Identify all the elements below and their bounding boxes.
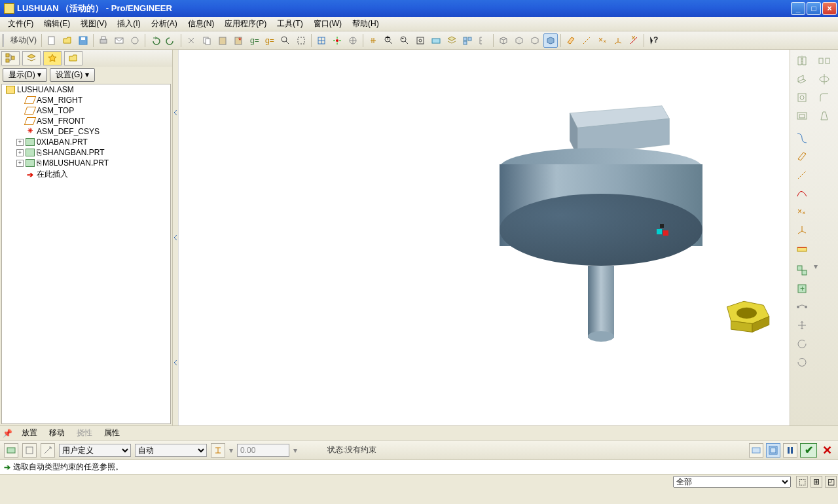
constraint-set-select[interactable]: 用户定义 — [59, 444, 131, 457]
tree-item[interactable]: ASM_TOP — [2, 105, 170, 116]
pin-icon[interactable]: 📌 — [3, 429, 12, 438]
zoom-fit-icon[interactable] — [413, 33, 428, 48]
layer-tree-tab-icon[interactable] — [22, 51, 41, 65]
tree-item[interactable]: ASM_RIGHT — [2, 95, 170, 105]
find-icon[interactable] — [278, 33, 293, 48]
component-interface-icon[interactable] — [4, 443, 18, 458]
revolve-icon[interactable] — [814, 71, 835, 88]
flexible-icon[interactable] — [792, 298, 812, 315]
hole-icon[interactable] — [792, 89, 812, 106]
shading-icon[interactable] — [543, 33, 558, 48]
move-tab[interactable]: 移动 — [46, 426, 67, 440]
tree-item[interactable]: LUSHUAN.ASM — [2, 84, 170, 95]
model-tree-icon[interactable] — [476, 33, 490, 48]
display-button[interactable]: 显示(D) ▾ — [3, 68, 47, 82]
sb-icon-2[interactable]: ⊞ — [811, 476, 822, 488]
shell-icon[interactable] — [792, 107, 812, 124]
mirror-icon[interactable] — [792, 52, 812, 69]
manual-place-icon[interactable] — [22, 443, 37, 458]
maximize-button[interactable]: □ — [807, 2, 821, 15]
copy-icon[interactable] — [200, 33, 214, 48]
datum-plane-toggle-icon[interactable] — [564, 33, 578, 48]
datum-curve-icon[interactable] — [792, 185, 812, 202]
mail-icon[interactable] — [112, 33, 126, 48]
select-box-icon[interactable] — [294, 33, 308, 48]
pattern-icon[interactable] — [814, 52, 835, 69]
repaint-icon[interactable] — [314, 33, 329, 48]
menu-分析[interactable]: 分析(A) — [146, 17, 183, 31]
settings-button[interactable]: 设置(G) ▾ — [50, 68, 95, 82]
auto-place-icon[interactable] — [41, 443, 55, 458]
help-icon[interactable]: ? — [647, 33, 661, 48]
model-tree-tab-icon[interactable] — [1, 51, 20, 65]
zoom-out-icon[interactable]: - — [397, 33, 412, 48]
menu-信息[interactable]: 信息(N) — [183, 17, 220, 31]
sketch-line-icon[interactable] — [792, 130, 812, 147]
tree-item[interactable]: ASM_FRONT — [2, 116, 170, 126]
preview-icon[interactable] — [749, 443, 763, 458]
paste-icon[interactable] — [215, 33, 230, 48]
regen-auto-icon[interactable]: g= — [263, 33, 277, 48]
no-hidden-icon[interactable] — [528, 33, 542, 48]
3d-viewport[interactable] — [178, 50, 790, 425]
menu-工具[interactable]: 工具(T) — [272, 17, 308, 31]
minimize-button[interactable]: _ — [791, 2, 805, 15]
open-file-icon[interactable] — [60, 33, 75, 48]
pan-icon[interactable] — [366, 33, 380, 48]
datum-point-icon[interactable]: ×ₓ — [792, 203, 812, 220]
regen-icon[interactable]: g= — [247, 33, 261, 48]
datum-point-toggle-icon[interactable]: ×ₓ — [595, 33, 610, 48]
sb-icon-3[interactable]: ◰ — [825, 476, 837, 488]
menu-窗口[interactable]: 窗口(W) — [308, 17, 347, 31]
redo-icon[interactable] — [164, 33, 178, 48]
flip-icon[interactable] — [211, 443, 225, 458]
accept-button[interactable]: ✔ — [800, 443, 817, 458]
spin-center-icon[interactable] — [330, 33, 344, 48]
assemble-icon[interactable] — [792, 262, 812, 279]
paste-special-icon[interactable]: * — [231, 33, 246, 48]
properties-tab[interactable]: 属性 — [101, 426, 122, 440]
undo-icon[interactable] — [148, 33, 162, 48]
menu-帮助[interactable]: 帮助(H) — [347, 17, 384, 31]
offset-value-input[interactable] — [237, 444, 289, 457]
menu-文件[interactable]: 文件(F) — [3, 17, 39, 31]
close-button[interactable]: × — [822, 2, 837, 15]
menu-插入[interactable]: 插入(I) — [112, 17, 145, 31]
tree-item[interactable]: ✳ASM_DEF_CSYS — [2, 126, 170, 137]
vertical-splitter[interactable] — [173, 50, 178, 425]
toolbar-move-label[interactable]: 移动(V) — [8, 35, 39, 46]
menu-视图[interactable]: 视图(V) — [75, 17, 112, 31]
favorites-tab-icon[interactable] — [43, 51, 62, 65]
layers-icon[interactable] — [445, 33, 459, 48]
tree-item[interactable]: +⎘SHANGBAN.PRT — [2, 147, 170, 158]
draft-icon[interactable] — [814, 107, 835, 124]
round-icon[interactable] — [814, 89, 835, 106]
menu-应用程序[interactable]: 应用程序(P) — [219, 17, 272, 31]
save-icon[interactable] — [76, 33, 90, 48]
constraint-type-select[interactable]: 自动 — [135, 444, 207, 457]
orient-icon[interactable] — [346, 33, 360, 48]
cut-icon[interactable] — [184, 33, 198, 48]
cancel-button[interactable]: ✕ — [820, 443, 834, 458]
pause-icon[interactable] — [783, 443, 797, 458]
print-icon[interactable] — [96, 33, 111, 48]
zoom-in-icon[interactable]: + — [382, 33, 396, 48]
new-file-icon[interactable] — [45, 33, 59, 48]
annotation-toggle-icon[interactable]: × — [627, 33, 641, 48]
link-icon[interactable] — [128, 33, 142, 48]
csys-icon[interactable] — [792, 221, 812, 238]
saved-views-icon[interactable] — [429, 33, 443, 48]
datum-axis-icon[interactable] — [792, 166, 812, 183]
toolbar-handle[interactable] — [3, 34, 7, 47]
drag-icon[interactable] — [792, 317, 812, 334]
menu-编辑[interactable]: 编辑(E) — [39, 17, 75, 31]
snapshot-undo-icon[interactable] — [792, 335, 812, 352]
separate-window-icon[interactable] — [766, 443, 780, 458]
csys-toggle-icon[interactable] — [611, 33, 625, 48]
hidden-line-icon[interactable] — [512, 33, 526, 48]
wireframe-icon[interactable] — [496, 33, 511, 48]
sb-icon-1[interactable]: ⬚ — [796, 476, 808, 488]
selection-filter-select[interactable]: 全部 — [673, 476, 791, 488]
sketch-icon[interactable] — [792, 240, 812, 257]
create-component-icon[interactable]: + — [792, 280, 812, 297]
